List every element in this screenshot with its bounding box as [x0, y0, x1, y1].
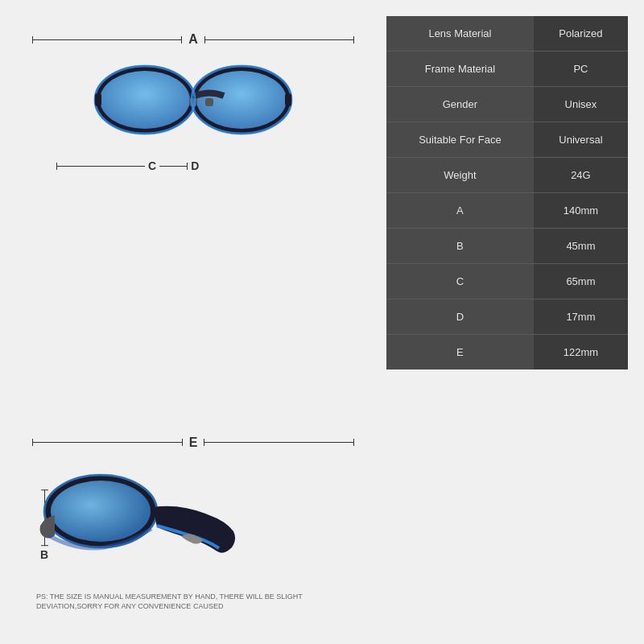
spec-label-1: Frame Material	[386, 52, 534, 87]
spec-label-9: E	[386, 335, 534, 370]
side-diagram-wrapper: B	[32, 455, 354, 584]
c-label: C	[145, 159, 159, 172]
dimension-e-line: E	[32, 436, 354, 450]
spec-value-1: PC	[534, 52, 628, 87]
side-view-diagram: E B	[16, 427, 370, 620]
specs-panel: Lens MaterialPolarizedFrame MaterialPCGe…	[386, 16, 628, 628]
spec-value-9: 122mm	[534, 335, 628, 370]
d-label: D	[188, 159, 202, 172]
spec-row-7: C65mm	[386, 264, 628, 299]
spec-row-9: E122mm	[386, 335, 628, 370]
svg-point-11	[51, 481, 151, 542]
spec-row-2: GenderUnisex	[386, 87, 628, 122]
spec-label-5: A	[386, 193, 534, 229]
spec-label-8: D	[386, 299, 534, 335]
ps-note: PS: THE SIZE IS MANUAL MEASUREMENT BY HA…	[32, 592, 354, 612]
glasses-front-image	[80, 52, 306, 156]
spec-value-6: 45mm	[534, 229, 628, 264]
left-panel: A	[16, 16, 370, 628]
spec-value-0: Polarized	[534, 16, 628, 52]
specs-table: Lens MaterialPolarizedFrame MaterialPCGe…	[386, 16, 628, 369]
a-line-right	[204, 39, 354, 40]
spec-row-1: Frame MaterialPC	[386, 52, 628, 87]
e-line-right	[204, 442, 354, 443]
spec-value-4: 24G	[534, 158, 628, 193]
spec-value-2: Unisex	[534, 87, 628, 122]
svg-rect-8	[95, 93, 101, 106]
a-line-left	[32, 39, 182, 40]
e-line-left	[32, 442, 183, 443]
d-line	[159, 166, 188, 167]
spec-row-3: Suitable For FaceUniversal	[386, 122, 628, 158]
spec-label-6: B	[386, 229, 534, 264]
spec-row-8: D17mm	[386, 299, 628, 335]
svg-rect-9	[285, 93, 291, 106]
spec-value-3: Universal	[534, 122, 628, 158]
glasses-side-image	[32, 455, 242, 584]
dimension-cd: C D	[32, 159, 354, 172]
spec-row-6: B45mm	[386, 229, 628, 264]
c-line	[56, 166, 145, 167]
a-label: A	[182, 32, 204, 47]
e-label: E	[183, 436, 204, 450]
svg-point-1	[100, 71, 190, 129]
spec-value-7: 65mm	[534, 264, 628, 299]
spec-row-5: A140mm	[386, 193, 628, 229]
front-view-diagram: A	[16, 24, 370, 180]
spec-value-5: 140mm	[534, 193, 628, 229]
main-container: A	[0, 0, 644, 644]
svg-rect-5	[205, 98, 213, 106]
spec-label-7: C	[386, 264, 534, 299]
spec-label-4: Weight	[386, 158, 534, 193]
spec-row-4: Weight24G	[386, 158, 628, 193]
spec-label-2: Gender	[386, 87, 534, 122]
dimension-a-line: A	[32, 32, 354, 47]
spec-label-0: Lens Material	[386, 16, 534, 52]
spec-row-0: Lens MaterialPolarized	[386, 16, 628, 52]
spec-label-3: Suitable For Face	[386, 122, 534, 158]
spec-value-8: 17mm	[534, 299, 628, 335]
